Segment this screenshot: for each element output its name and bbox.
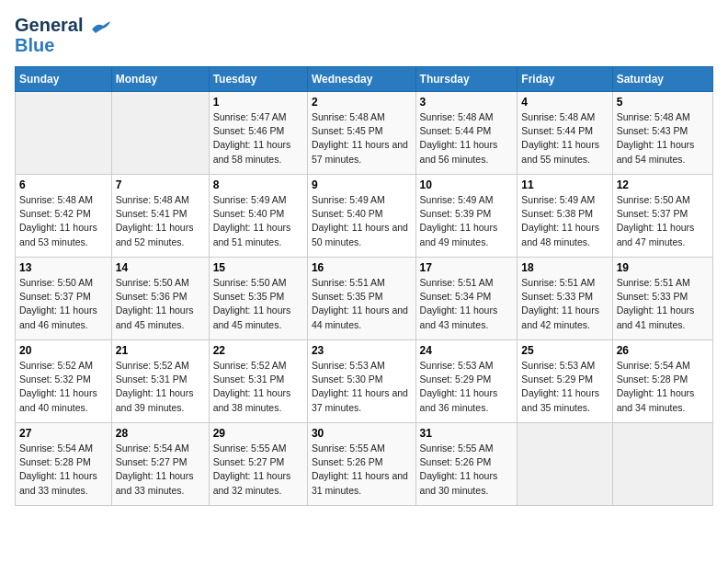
weekday-header: Wednesday xyxy=(307,67,415,92)
calendar-cell: 11Sunrise: 5:49 AM Sunset: 5:38 PM Dayli… xyxy=(518,175,612,258)
calendar-cell: 6Sunrise: 5:48 AM Sunset: 5:42 PM Daylig… xyxy=(16,175,112,258)
logo-bird-icon xyxy=(90,20,110,33)
day-number: 18 xyxy=(521,261,608,274)
calendar-cell xyxy=(612,423,712,506)
day-info: Sunrise: 5:55 AM Sunset: 5:26 PM Dayligh… xyxy=(312,442,412,498)
page-header: General Blue xyxy=(15,15,713,55)
calendar-cell: 20Sunrise: 5:52 AM Sunset: 5:32 PM Dayli… xyxy=(16,340,112,423)
day-info: Sunrise: 5:55 AM Sunset: 5:26 PM Dayligh… xyxy=(420,442,514,498)
day-info: Sunrise: 5:51 AM Sunset: 5:33 PM Dayligh… xyxy=(521,276,608,332)
day-number: 23 xyxy=(312,344,412,357)
logo-blue: Blue xyxy=(15,35,54,55)
calendar-cell: 10Sunrise: 5:49 AM Sunset: 5:39 PM Dayli… xyxy=(415,175,518,258)
day-number: 31 xyxy=(420,427,514,440)
day-number: 22 xyxy=(213,344,303,357)
day-number: 21 xyxy=(116,344,205,357)
day-number: 5 xyxy=(617,96,709,109)
calendar-cell: 12Sunrise: 5:50 AM Sunset: 5:37 PM Dayli… xyxy=(612,175,712,258)
day-number: 8 xyxy=(213,178,303,191)
logo: General Blue xyxy=(15,15,110,55)
day-info: Sunrise: 5:52 AM Sunset: 5:31 PM Dayligh… xyxy=(213,359,303,415)
day-info: Sunrise: 5:51 AM Sunset: 5:34 PM Dayligh… xyxy=(420,276,514,332)
calendar-cell: 22Sunrise: 5:52 AM Sunset: 5:31 PM Dayli… xyxy=(209,340,307,423)
logo-text: General xyxy=(15,15,110,35)
day-info: Sunrise: 5:52 AM Sunset: 5:32 PM Dayligh… xyxy=(19,359,108,415)
calendar-cell: 18Sunrise: 5:51 AM Sunset: 5:33 PM Dayli… xyxy=(518,258,612,340)
day-info: Sunrise: 5:50 AM Sunset: 5:37 PM Dayligh… xyxy=(617,193,709,249)
day-number: 26 xyxy=(617,344,709,357)
day-number: 14 xyxy=(116,261,205,274)
day-info: Sunrise: 5:48 AM Sunset: 5:41 PM Dayligh… xyxy=(116,193,205,249)
day-number: 6 xyxy=(19,178,108,191)
calendar-cell: 9Sunrise: 5:49 AM Sunset: 5:40 PM Daylig… xyxy=(307,175,415,258)
day-number: 27 xyxy=(19,427,108,440)
day-info: Sunrise: 5:48 AM Sunset: 5:44 PM Dayligh… xyxy=(420,110,514,167)
day-number: 19 xyxy=(617,261,709,274)
calendar-cell: 29Sunrise: 5:55 AM Sunset: 5:27 PM Dayli… xyxy=(209,423,307,506)
day-info: Sunrise: 5:48 AM Sunset: 5:42 PM Dayligh… xyxy=(19,193,108,249)
calendar-cell: 19Sunrise: 5:51 AM Sunset: 5:33 PM Dayli… xyxy=(612,258,712,340)
day-info: Sunrise: 5:50 AM Sunset: 5:36 PM Dayligh… xyxy=(116,276,205,332)
calendar-week-row: 13Sunrise: 5:50 AM Sunset: 5:37 PM Dayli… xyxy=(16,258,713,340)
day-number: 25 xyxy=(521,344,608,357)
calendar-cell: 25Sunrise: 5:53 AM Sunset: 5:29 PM Dayli… xyxy=(518,340,612,423)
day-number: 11 xyxy=(521,178,608,191)
calendar-cell: 31Sunrise: 5:55 AM Sunset: 5:26 PM Dayli… xyxy=(415,423,518,506)
calendar-cell: 2Sunrise: 5:48 AM Sunset: 5:45 PM Daylig… xyxy=(307,92,415,175)
day-number: 4 xyxy=(521,96,608,109)
day-number: 12 xyxy=(617,178,709,191)
weekday-header: Friday xyxy=(518,67,612,92)
calendar-header: SundayMondayTuesdayWednesdayThursdayFrid… xyxy=(16,67,713,92)
calendar-cell: 30Sunrise: 5:55 AM Sunset: 5:26 PM Dayli… xyxy=(307,423,415,506)
day-number: 16 xyxy=(312,261,412,274)
day-number: 3 xyxy=(420,96,514,109)
day-number: 13 xyxy=(19,261,108,274)
calendar-week-row: 27Sunrise: 5:54 AM Sunset: 5:28 PM Dayli… xyxy=(16,423,713,506)
calendar-cell: 21Sunrise: 5:52 AM Sunset: 5:31 PM Dayli… xyxy=(111,340,209,423)
calendar-cell: 17Sunrise: 5:51 AM Sunset: 5:34 PM Dayli… xyxy=(415,258,518,340)
calendar-cell: 3Sunrise: 5:48 AM Sunset: 5:44 PM Daylig… xyxy=(415,92,518,175)
day-number: 2 xyxy=(312,96,412,109)
calendar-cell: 15Sunrise: 5:50 AM Sunset: 5:35 PM Dayli… xyxy=(209,258,307,340)
day-number: 10 xyxy=(420,178,514,191)
day-number: 1 xyxy=(213,96,303,109)
calendar-cell xyxy=(111,92,209,175)
day-number: 24 xyxy=(420,344,514,357)
day-number: 17 xyxy=(420,261,514,274)
day-info: Sunrise: 5:49 AM Sunset: 5:40 PM Dayligh… xyxy=(213,193,303,249)
calendar-cell: 5Sunrise: 5:48 AM Sunset: 5:43 PM Daylig… xyxy=(612,92,712,175)
day-info: Sunrise: 5:48 AM Sunset: 5:45 PM Dayligh… xyxy=(312,110,412,167)
calendar-cell: 7Sunrise: 5:48 AM Sunset: 5:41 PM Daylig… xyxy=(111,175,209,258)
day-number: 28 xyxy=(116,427,205,440)
weekday-header: Tuesday xyxy=(209,67,307,92)
calendar-cell: 24Sunrise: 5:53 AM Sunset: 5:29 PM Dayli… xyxy=(415,340,518,423)
calendar-cell xyxy=(16,92,112,175)
calendar-cell: 1Sunrise: 5:47 AM Sunset: 5:46 PM Daylig… xyxy=(209,92,307,175)
day-info: Sunrise: 5:55 AM Sunset: 5:27 PM Dayligh… xyxy=(213,442,303,498)
calendar-cell: 14Sunrise: 5:50 AM Sunset: 5:36 PM Dayli… xyxy=(111,258,209,340)
calendar-body: 1Sunrise: 5:47 AM Sunset: 5:46 PM Daylig… xyxy=(16,92,713,506)
calendar-cell: 28Sunrise: 5:54 AM Sunset: 5:27 PM Dayli… xyxy=(111,423,209,506)
weekday-header-row: SundayMondayTuesdayWednesdayThursdayFrid… xyxy=(16,67,713,92)
calendar-cell: 23Sunrise: 5:53 AM Sunset: 5:30 PM Dayli… xyxy=(307,340,415,423)
day-info: Sunrise: 5:53 AM Sunset: 5:29 PM Dayligh… xyxy=(420,359,514,415)
day-info: Sunrise: 5:54 AM Sunset: 5:27 PM Dayligh… xyxy=(116,442,205,498)
day-info: Sunrise: 5:49 AM Sunset: 5:38 PM Dayligh… xyxy=(521,193,608,249)
day-info: Sunrise: 5:52 AM Sunset: 5:31 PM Dayligh… xyxy=(116,359,205,415)
day-info: Sunrise: 5:47 AM Sunset: 5:46 PM Dayligh… xyxy=(213,110,303,167)
day-info: Sunrise: 5:49 AM Sunset: 5:39 PM Dayligh… xyxy=(420,193,514,249)
calendar-cell: 26Sunrise: 5:54 AM Sunset: 5:28 PM Dayli… xyxy=(612,340,712,423)
calendar-cell: 8Sunrise: 5:49 AM Sunset: 5:40 PM Daylig… xyxy=(209,175,307,258)
day-info: Sunrise: 5:49 AM Sunset: 5:40 PM Dayligh… xyxy=(312,193,412,249)
calendar-cell: 16Sunrise: 5:51 AM Sunset: 5:35 PM Dayli… xyxy=(307,258,415,340)
day-number: 7 xyxy=(116,178,205,191)
day-number: 30 xyxy=(312,427,412,440)
day-info: Sunrise: 5:54 AM Sunset: 5:28 PM Dayligh… xyxy=(617,359,709,415)
calendar-cell: 27Sunrise: 5:54 AM Sunset: 5:28 PM Dayli… xyxy=(16,423,112,506)
day-info: Sunrise: 5:48 AM Sunset: 5:43 PM Dayligh… xyxy=(617,110,709,167)
day-number: 29 xyxy=(213,427,303,440)
day-info: Sunrise: 5:51 AM Sunset: 5:35 PM Dayligh… xyxy=(312,276,412,332)
calendar-cell: 13Sunrise: 5:50 AM Sunset: 5:37 PM Dayli… xyxy=(16,258,112,340)
day-number: 9 xyxy=(312,178,412,191)
day-info: Sunrise: 5:48 AM Sunset: 5:44 PM Dayligh… xyxy=(521,110,608,167)
